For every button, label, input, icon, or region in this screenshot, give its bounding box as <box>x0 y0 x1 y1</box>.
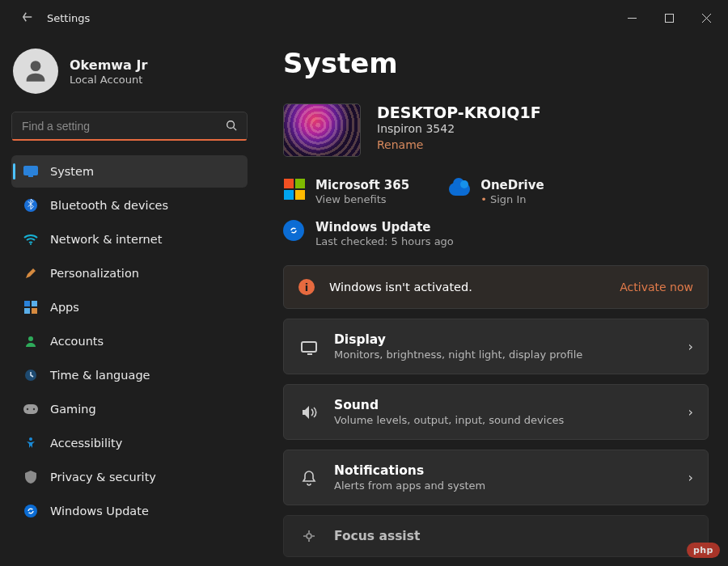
apps-icon <box>23 299 39 315</box>
bell-icon <box>298 470 320 486</box>
sidebar-item-system[interactable]: System <box>11 155 248 188</box>
sidebar-item-label: Privacy & security <box>50 471 156 484</box>
card-title: Display <box>334 332 582 347</box>
sidebar-item-label: Time & language <box>50 369 150 382</box>
update-sub: Last checked: 5 hours ago <box>315 235 454 247</box>
sidebar-item-update[interactable]: Windows Update <box>11 495 248 527</box>
info-icon: i <box>298 279 315 295</box>
card-title: Focus assist <box>334 529 420 543</box>
svg-point-14 <box>33 408 35 410</box>
chevron-right-icon: › <box>688 339 693 354</box>
sidebar-item-label: Apps <box>50 301 79 314</box>
card-sub: Alerts from apps and system <box>334 479 485 492</box>
sidebar-item-label: Accounts <box>50 335 104 348</box>
cloud-row: Microsoft 365 View benefits OneDrive Sig… <box>283 178 709 205</box>
sidebar-item-privacy[interactable]: Privacy & security <box>11 461 248 493</box>
update-icon <box>23 503 39 519</box>
sidebar-item-accessibility[interactable]: Accessibility <box>11 427 248 459</box>
svg-point-13 <box>27 408 28 410</box>
page-title: System <box>283 47 709 79</box>
card-title: Sound <box>334 398 564 412</box>
display-icon <box>298 341 320 353</box>
sidebar-item-label: System <box>50 165 94 178</box>
accessibility-icon <box>23 435 39 451</box>
card-focus-assist[interactable]: Focus assist <box>283 515 709 557</box>
card-notifications[interactable]: Notifications Alerts from apps and syste… <box>283 450 709 505</box>
card-title: Notifications <box>334 463 485 478</box>
microsoft-icon <box>283 178 306 201</box>
profile-name: Okemwa Jr <box>70 57 147 73</box>
svg-rect-6 <box>24 301 30 306</box>
device-model: Inspiron 3542 <box>377 122 541 135</box>
main-content: System DESKTOP-KROIQ1F Inspiron 3542 Ren… <box>259 36 728 566</box>
profile-block[interactable]: Okemwa Jr Local Account <box>13 49 248 94</box>
svg-rect-0 <box>665 14 673 22</box>
paintbrush-icon <box>23 265 39 281</box>
sidebar-item-label: Personalization <box>50 267 139 280</box>
nav-list: System Bluetooth & devices Network & int… <box>11 155 248 527</box>
update-title: Windows Update <box>315 220 454 234</box>
sidebar-item-bluetooth[interactable]: Bluetooth & devices <box>11 189 248 222</box>
activate-now-link[interactable]: Activate now <box>620 281 693 294</box>
maximize-button[interactable] <box>650 5 688 31</box>
svg-point-10 <box>28 336 33 341</box>
window-controls <box>613 5 725 31</box>
accounts-icon <box>23 333 39 349</box>
svg-point-16 <box>24 505 37 517</box>
sidebar-item-time[interactable]: Time & language <box>11 359 248 391</box>
search-input[interactable] <box>22 120 226 133</box>
ms365-sub[interactable]: View benefits <box>315 193 409 205</box>
svg-point-15 <box>29 437 32 441</box>
device-block: DESKTOP-KROIQ1F Inspiron 3542 Rename <box>283 103 709 157</box>
wifi-icon <box>23 231 39 247</box>
focus-icon <box>298 529 320 543</box>
system-icon <box>23 163 39 180</box>
svg-point-1 <box>227 120 235 128</box>
update-circle-icon <box>283 220 304 241</box>
activation-text: Windows isn't activated. <box>329 281 472 294</box>
activation-banner: i Windows isn't activated. Activate now <box>283 265 709 309</box>
window-title: Settings <box>47 12 90 24</box>
svg-rect-12 <box>23 404 38 414</box>
avatar <box>13 49 58 94</box>
sidebar-item-label: Bluetooth & devices <box>50 199 168 212</box>
onedrive-sub[interactable]: Sign In <box>480 193 544 205</box>
gaming-icon <box>23 401 39 417</box>
desktop-wallpaper-thumb[interactable] <box>283 103 361 157</box>
svg-point-5 <box>30 243 32 245</box>
device-name: DESKTOP-KROIQ1F <box>377 103 541 121</box>
svg-rect-8 <box>24 308 30 314</box>
sidebar-item-personalization[interactable]: Personalization <box>11 257 248 289</box>
sidebar-item-accounts[interactable]: Accounts <box>11 325 248 357</box>
card-sub: Volume levels, output, input, sound devi… <box>334 414 564 426</box>
rename-link[interactable]: Rename <box>377 138 423 151</box>
svg-rect-3 <box>28 175 33 177</box>
onedrive-title: OneDrive <box>480 178 544 192</box>
bluetooth-icon <box>23 197 39 213</box>
sound-icon <box>298 405 320 420</box>
search-box[interactable] <box>11 112 248 141</box>
onedrive-icon <box>448 178 471 201</box>
ms365-title: Microsoft 365 <box>315 178 409 192</box>
sidebar-item-gaming[interactable]: Gaming <box>11 393 248 425</box>
back-button[interactable] <box>16 11 39 26</box>
profile-subtitle: Local Account <box>70 74 147 86</box>
windows-update-block[interactable]: Windows Update Last checked: 5 hours ago <box>283 220 709 247</box>
shield-icon <box>23 469 39 485</box>
clock-icon <box>23 367 39 383</box>
ms365-block[interactable]: Microsoft 365 View benefits <box>283 178 409 205</box>
card-display[interactable]: Display Monitors, brightness, night ligh… <box>283 319 709 374</box>
sidebar-item-label: Gaming <box>50 403 96 416</box>
sidebar-item-label: Network & internet <box>50 233 162 246</box>
card-sound[interactable]: Sound Volume levels, output, input, soun… <box>283 384 709 440</box>
onedrive-block[interactable]: OneDrive Sign In <box>448 178 544 205</box>
svg-rect-9 <box>32 308 37 314</box>
sidebar-item-network[interactable]: Network & internet <box>11 223 248 256</box>
sidebar-item-apps[interactable]: Apps <box>11 291 248 323</box>
close-button[interactable] <box>688 5 725 31</box>
svg-rect-7 <box>32 301 37 306</box>
minimize-button[interactable] <box>613 5 650 31</box>
sidebar-item-label: Windows Update <box>50 505 149 517</box>
titlebar: Settings <box>0 0 728 36</box>
sidebar: Okemwa Jr Local Account System Bluetooth… <box>0 36 259 566</box>
